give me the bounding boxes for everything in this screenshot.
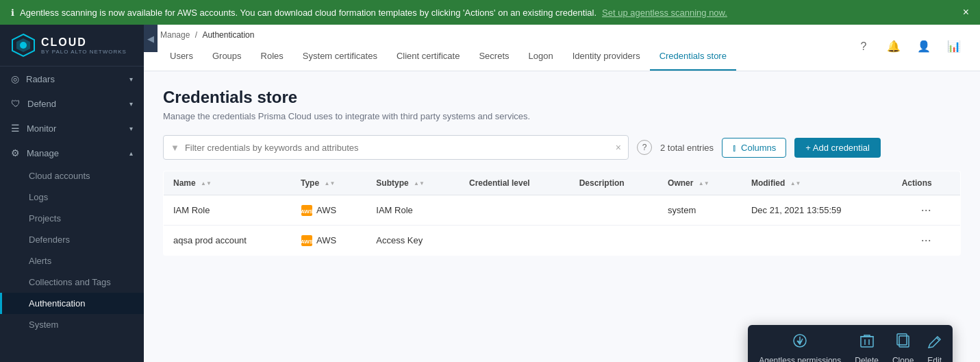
col-modified: Modified ▲▼: [742, 171, 892, 195]
info-icon: ℹ: [11, 8, 14, 18]
ctx-edit[interactable]: Edit: [927, 333, 942, 362]
col-type: Type ▲▼: [291, 171, 366, 195]
aws-badge: AWS AWS: [301, 234, 357, 247]
tab-identity-providers[interactable]: Identity providers: [563, 43, 650, 71]
agentless-icon: [792, 333, 807, 352]
ctx-agentless-permissions[interactable]: Agentless permissions: [759, 333, 841, 362]
sidebar-item-collections[interactable]: Collections and Tags: [0, 272, 144, 293]
sidebar-item-defend[interactable]: 🛡 Defend ▾: [0, 91, 144, 116]
row-description: [570, 195, 658, 226]
clone-icon: [896, 333, 910, 352]
sort-icon[interactable]: ▲▼: [790, 180, 801, 186]
sidebar-item-projects[interactable]: Projects: [0, 208, 144, 229]
monitor-icon: ☰: [11, 123, 20, 134]
sort-icon[interactable]: ▲▼: [324, 180, 335, 186]
radars-icon: ◎: [11, 73, 19, 84]
sidebar-label-radars: Radars: [26, 74, 55, 84]
columns-icon: ⫿: [732, 143, 737, 153]
row-name: aqsa prod account: [164, 226, 292, 256]
table-row: IAM Role AWS AWS IAM Role: [164, 195, 961, 226]
sidebar-item-cloud-accounts[interactable]: Cloud accounts: [0, 165, 144, 186]
row-actions: ···: [892, 195, 961, 226]
sidebar-item-defenders[interactable]: Defenders: [0, 229, 144, 250]
sidebar-collapse-button[interactable]: ◀: [144, 25, 158, 52]
sidebar-nav: ◎ Radars ▾ 🛡 Defend ▾ ☰ Monitor ▾ ⚙ Mana…: [0, 67, 144, 362]
row-credential-level: [460, 226, 570, 256]
sidebar-item-manage[interactable]: ⚙ Manage ▴: [0, 141, 144, 165]
chevron-down-icon: ▾: [129, 100, 133, 108]
col-owner: Owner ▲▼: [658, 171, 742, 195]
total-entries: 2 total entries: [660, 143, 714, 153]
sidebar-item-alerts[interactable]: Alerts: [0, 250, 144, 272]
ctx-clone-label: Clone: [892, 356, 914, 362]
row-actions: ···: [892, 226, 961, 256]
sidebar-item-logs[interactable]: Logs: [0, 186, 144, 208]
banner-close-icon[interactable]: ×: [963, 6, 969, 19]
breadcrumb-parent: Manage: [160, 30, 190, 40]
toolbar: ▼ × ? 2 total entries ⫿ Columns + Add cr…: [163, 135, 961, 160]
tab-roles[interactable]: Roles: [251, 43, 293, 71]
sidebar-logo: CLOUD BY PALO ALTO NETWORKS: [0, 25, 144, 67]
row-type: AWS AWS: [291, 195, 366, 226]
row-credential-level: [460, 195, 570, 226]
col-description: Description: [570, 171, 658, 195]
row-subtype: Access Key: [366, 226, 460, 256]
table-header-row: Name ▲▼ Type ▲▼ Subtype ▲▼ Credential: [164, 171, 961, 195]
sidebar-item-system[interactable]: System: [0, 314, 144, 335]
tab-logon[interactable]: Logon: [519, 43, 563, 71]
ctx-delete[interactable]: Delete: [855, 333, 879, 362]
sidebar-label-monitor: Monitor: [27, 123, 56, 134]
ctx-agentless-label: Agentless permissions: [759, 356, 841, 362]
top-nav-right: ? 🔔 👤 📊: [854, 37, 964, 59]
sort-icon[interactable]: ▲▼: [414, 180, 425, 186]
sidebar: CLOUD BY PALO ALTO NETWORKS ◎ Radars ▾ 🛡…: [0, 25, 144, 362]
aws-icon: AWS: [301, 234, 313, 247]
user-profile-button[interactable]: 👤: [914, 37, 933, 56]
sidebar-item-authentication[interactable]: Authentication: [0, 293, 144, 314]
row-description: [570, 226, 658, 256]
breadcrumb-current: Authentication: [202, 30, 254, 40]
banner-link[interactable]: Set up agentless scanning now.: [602, 8, 727, 18]
sidebar-item-monitor[interactable]: ☰ Monitor ▾: [0, 116, 144, 141]
notifications-button[interactable]: 🔔: [884, 37, 903, 56]
ctx-clone[interactable]: Clone: [892, 333, 914, 362]
delete-icon: [860, 333, 874, 352]
col-subtype: Subtype ▲▼: [366, 171, 460, 195]
nav-tabs: Users Groups Roles System certificates C…: [160, 43, 736, 71]
actions-menu-button[interactable]: ···: [902, 233, 951, 248]
tab-system-certificates[interactable]: System certificates: [293, 43, 387, 71]
banner-message: Agentless scanning is now available for …: [20, 8, 596, 18]
row-name: IAM Role: [164, 195, 292, 226]
columns-button[interactable]: ⫿ Columns: [722, 138, 786, 158]
sidebar-item-radars[interactable]: ◎ Radars ▾: [0, 67, 144, 91]
analytics-button[interactable]: 📊: [944, 37, 964, 56]
sort-icon[interactable]: ▲▼: [201, 180, 212, 186]
filter-icon: ▼: [171, 143, 179, 153]
sort-icon[interactable]: ▲▼: [699, 180, 709, 186]
main-content: Manage / Authentication Users Groups Rol…: [144, 25, 980, 362]
aws-badge: AWS AWS: [301, 204, 357, 217]
manage-sub-items: Cloud accounts Logs Projects Defenders A…: [0, 165, 144, 335]
filter-input-wrap: ▼ ×: [163, 135, 629, 160]
banner-content: ℹ Agentless scanning is now available fo…: [11, 8, 727, 18]
svg-text:AWS: AWS: [301, 239, 313, 245]
help-button[interactable]: ?: [854, 37, 873, 56]
svg-text:AWS: AWS: [301, 208, 313, 215]
logo-cloud: CLOUD: [41, 36, 127, 49]
filter-help-icon[interactable]: ?: [637, 140, 652, 155]
actions-menu-button[interactable]: ···: [902, 203, 951, 217]
row-owner: [658, 226, 742, 256]
tab-groups[interactable]: Groups: [203, 43, 251, 71]
ctx-delete-label: Delete: [855, 356, 879, 362]
tab-users[interactable]: Users: [160, 43, 203, 71]
add-credential-button[interactable]: + Add credential: [794, 138, 881, 158]
tab-credentials-store[interactable]: Credentials store: [650, 43, 736, 71]
chevron-up-icon: ▴: [129, 149, 133, 157]
filter-clear-icon[interactable]: ×: [616, 142, 621, 153]
credentials-table: Name ▲▼ Type ▲▼ Subtype ▲▼ Credential: [163, 171, 961, 256]
tab-client-certificate[interactable]: Client certificate: [387, 43, 469, 71]
tab-secrets[interactable]: Secrets: [469, 43, 518, 71]
chevron-down-icon: ▾: [129, 125, 133, 132]
row-modified: [742, 226, 892, 256]
filter-input[interactable]: [185, 143, 616, 153]
